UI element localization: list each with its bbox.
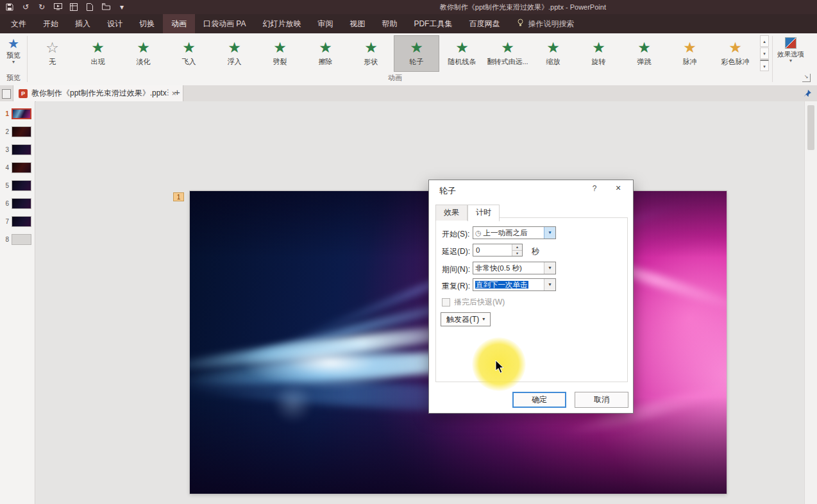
tab-home[interactable]: 开始 [35,14,67,33]
preview-group-label: 预览 [0,73,27,83]
animation-fly-in[interactable]: ★ 飞入 [166,35,212,72]
slide-7-preview [12,216,31,227]
slide-thumbnail-panel: 1 2 3 4 5 6 7 8 [0,101,35,504]
redo-icon[interactable]: ↻ [37,3,46,12]
undo-icon[interactable]: ↺ [21,3,30,12]
powerpoint-window: ↺ ↻ ▾ 教你制作《ppt制作光束滑过效果》.pptx - PowerPoin… [0,0,817,504]
slide-thumbnail-3[interactable]: 3 [1,144,35,155]
dropdown-arrow-icon[interactable]: ▾ [544,262,555,274]
animation-zoom[interactable]: ★ 缩放 [530,35,576,72]
animation-split[interactable]: ★ 劈裂 [257,35,303,72]
slide-8-preview [12,234,31,245]
tab-pdf-tools[interactable]: PDF工具集 [405,14,460,33]
animation-wipe[interactable]: ★ 擦除 [303,35,348,72]
touch-mode-icon[interactable] [69,3,78,12]
close-icon[interactable]: × [612,183,624,194]
start-dropdown[interactable]: ◷ 上一动画之后 ▾ [473,226,556,239]
tab-overflow-icon[interactable]: ⋮ [164,88,172,97]
slide-thumbnail-8[interactable]: 8 [1,234,35,245]
tab-effect[interactable]: 效果 [435,205,467,221]
dialog-launcher-icon[interactable]: ↘ [802,74,811,82]
animation-wheel-selected[interactable]: ★ 轮子 [394,35,439,72]
tab-list-icon[interactable] [2,89,11,99]
tell-me-search[interactable]: 操作说明搜索 [517,14,574,33]
animation-flip[interactable]: ★ 翻转式由远... [485,35,530,72]
slide-thumbnail-2[interactable]: 2 [1,126,35,137]
ribbon-tab-bar: 文件 开始 插入 设计 切换 动画 口袋动画 PA 幻灯片放映 审阅 视图 帮助… [0,14,817,33]
animation-float-in[interactable]: ★ 浮入 [212,35,257,72]
animation-shape[interactable]: ★ 形状 [348,35,394,72]
duration-label: 期间(N): [442,264,470,275]
tab-transitions[interactable]: 切换 [131,14,163,33]
entrance-star-icon: ★ [303,37,348,58]
gallery-scroll-down-button[interactable]: ▾ [760,47,769,59]
repeat-dropdown[interactable]: 直到下一次单击 ▾ [473,278,556,291]
entrance-star-icon: ★ [577,37,621,58]
gallery-more-button[interactable]: ▾ [760,60,769,71]
open-folder-icon[interactable] [101,3,110,12]
animation-gallery: ☆ 无 ★ 出现 ★ 淡化 ★ 飞入 ★ 浮入 ★ 劈裂 [29,35,758,72]
animation-pulse[interactable]: ★ 脉冲 [667,35,712,72]
entrance-star-icon: ★ [212,37,257,58]
document-tab-title: 教你制作《ppt制作光束滑过效果》.pptx [31,88,167,99]
animation-fade[interactable]: ★ 淡化 [121,35,166,72]
window-title: 教你制作《ppt制作光束滑过效果》.pptx - PowerPoint [440,0,606,14]
slide-thumbnail-1[interactable]: 1 [1,108,35,119]
document-tab[interactable]: P 教你制作《ppt制作光束滑过效果》.pptx × [13,85,183,101]
title-bar: ↺ ↻ ▾ 教你制作《ppt制作光束滑过效果》.pptx - PowerPoin… [0,0,817,14]
rewind-checkbox[interactable] [442,298,450,307]
start-from-beginning-icon[interactable] [53,3,62,12]
entrance-star-icon: ★ [121,37,165,58]
entrance-star-icon: ★ [394,37,439,58]
delay-label: 延迟(D): [442,246,470,257]
tab-design[interactable]: 设计 [99,14,131,33]
duration-value: 非常快(0.5 秒) [473,264,544,273]
spin-up-button[interactable]: ▴ [512,244,522,251]
animation-random-bars[interactable]: ★ 随机线条 [439,35,485,72]
chevron-down-icon: ▾ [482,313,485,326]
tab-review[interactable]: 审阅 [309,14,341,33]
tab-pocket-animation[interactable]: 口袋动画 PA [195,14,254,33]
new-document-icon[interactable] [85,3,94,12]
slide-thumbnail-6[interactable]: 6 [1,198,35,209]
new-tab-button[interactable]: + [174,87,180,97]
animation-bounce[interactable]: ★ 弹跳 [621,35,667,72]
animation-color-pulse[interactable]: ★ 彩色脉冲 [712,35,758,72]
cancel-button[interactable]: 取消 [575,392,628,408]
tab-slideshow[interactable]: 幻灯片放映 [254,14,309,33]
animation-order-badge[interactable]: 1 [173,192,184,201]
preview-button[interactable]: ★ 预览 ▾ [1,36,26,73]
help-icon[interactable]: ? [589,184,600,194]
dropdown-arrow-icon[interactable]: ▾ [544,279,555,290]
dropdown-arrow-icon[interactable]: ▾ [544,227,555,239]
delay-spinner[interactable]: 0 ▴ ▾ [473,244,523,256]
vertical-scrollbar[interactable] [804,101,817,504]
animation-swivel[interactable]: ★ 旋转 [576,35,621,72]
pin-icon[interactable] [804,88,812,100]
tab-view[interactable]: 视图 [341,14,373,33]
entrance-star-icon: ★ [440,37,484,58]
tab-animations[interactable]: 动画 [163,14,195,33]
slide-thumbnail-4[interactable]: 4 [1,162,35,173]
tab-help[interactable]: 帮助 [373,14,405,33]
trigger-label: 触发器(T) [446,313,479,326]
customize-qat-icon[interactable]: ▾ [117,3,126,12]
save-icon[interactable] [5,3,14,12]
tab-baidu-netdisk[interactable]: 百度网盘 [460,14,508,33]
slide-thumbnail-7[interactable]: 7 [1,216,35,227]
gallery-scroll-up-button[interactable]: ▴ [760,35,769,47]
tab-timing[interactable]: 计时 [467,205,500,221]
duration-dropdown[interactable]: 非常快(0.5 秒) ▾ [473,262,556,274]
spin-down-button[interactable]: ▾ [512,251,522,256]
tab-insert[interactable]: 插入 [67,14,99,33]
scrollbar-thumb[interactable] [807,105,814,150]
emphasis-star-icon: ★ [713,37,757,58]
trigger-button[interactable]: 触发器(T) ▾ [441,312,491,326]
animation-none[interactable]: ☆ 无 [29,35,75,72]
tab-file[interactable]: 文件 [3,14,35,33]
effect-options-button[interactable]: 效果选项 ▾ [775,36,807,73]
slide-thumbnail-5[interactable]: 5 [1,180,35,191]
ok-button[interactable]: 确定 [512,392,566,408]
animation-appear[interactable]: ★ 出现 [75,35,121,72]
quick-access-toolbar: ↺ ↻ ▾ [5,0,126,14]
